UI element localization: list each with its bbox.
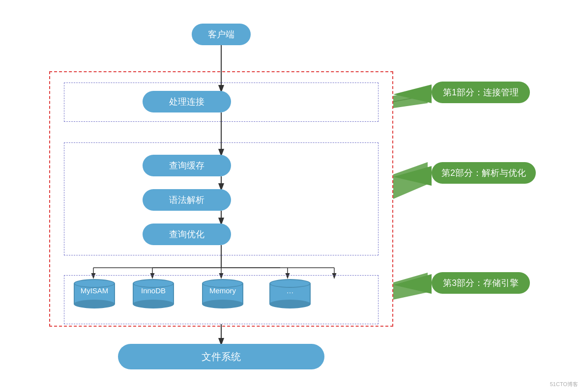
svg-marker-19 [393, 273, 428, 300]
query-optimize-label: 查询优化 [169, 228, 204, 240]
query-optimize-box: 查询优化 [143, 224, 231, 245]
myisam-cylinder: MyISAM [72, 279, 116, 308]
other-engines-cylinder: … [268, 279, 312, 308]
svg-marker-17 [393, 90, 428, 108]
svg-marker-18 [393, 162, 428, 199]
myisam-label: MyISAM [74, 286, 115, 295]
handle-connection-box: 处理连接 [143, 91, 231, 112]
annotation-part3: 第3部分：存储引擎 [432, 272, 530, 294]
annotation-part3-label: 第3部分：存储引擎 [443, 277, 519, 289]
annotation-part2: 第2部分：解析与优化 [432, 162, 536, 184]
client-label: 客户端 [208, 28, 234, 40]
other-bottom-disk [269, 300, 311, 308]
myisam-bottom-disk [74, 300, 115, 308]
annotation-part2-label: 第2部分：解析与优化 [441, 167, 526, 179]
memory-cylinder: Memory [201, 279, 245, 308]
innodb-label: InnoDB [133, 286, 174, 295]
filesystem-label: 文件系统 [202, 350, 241, 364]
innodb-cylinder: InnoDB [131, 279, 175, 308]
filesystem-box: 文件系统 [118, 344, 324, 369]
memory-bottom-disk [202, 300, 243, 308]
query-cache-box: 查询缓存 [143, 155, 231, 176]
svg-line-16 [393, 95, 428, 102]
client-box: 客户端 [192, 24, 251, 45]
svg-marker-22 [393, 274, 432, 294]
query-cache-label: 查询缓存 [169, 160, 204, 171]
watermark: 51CTO博客 [550, 381, 578, 388]
syntax-parse-box: 语法解析 [143, 189, 231, 211]
svg-marker-20 [393, 84, 432, 103]
syntax-parse-label: 语法解析 [169, 194, 204, 206]
annotation-part1-label: 第1部分：连接管理 [443, 86, 519, 98]
other-label: … [269, 286, 311, 295]
memory-label: Memory [202, 286, 243, 295]
innodb-bottom-disk [133, 300, 174, 308]
handle-connection-label: 处理连接 [169, 96, 204, 108]
annotation-part1: 第1部分：连接管理 [432, 82, 530, 103]
diagram-container: 客户端 处理连接 查询缓存 语法解析 查询优化 MyISAM InnoDB [0, 0, 582, 392]
svg-marker-21 [393, 166, 432, 186]
